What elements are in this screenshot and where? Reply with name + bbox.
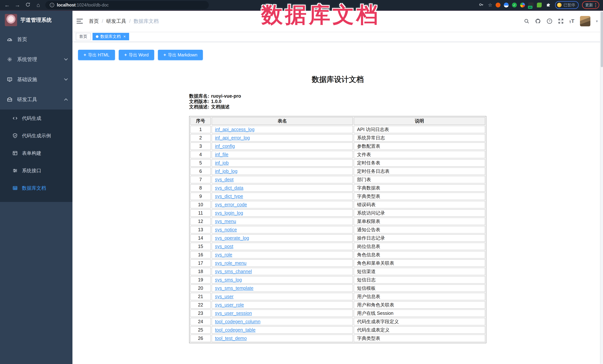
puzzle-extensions-icon[interactable] — [545, 2, 552, 8]
toolbox-icon — [7, 97, 13, 102]
table-desc-cell: 参数配置表 — [354, 142, 485, 150]
table-icon — [12, 185, 18, 191]
table-link[interactable]: sys_role — [215, 252, 232, 257]
help-icon[interactable]: ? — [546, 18, 553, 24]
table-link[interactable]: inf_api_error_log — [215, 135, 250, 140]
table-link[interactable]: sys_role_menu — [215, 260, 246, 266]
table-desc-cell: 定时任务日志表 — [354, 167, 485, 175]
table-link[interactable]: sys_user_session — [215, 310, 252, 316]
export-html-button[interactable]: + 导出 HTML — [78, 50, 115, 60]
sidebar-item-form-builder[interactable]: 表单构建 — [0, 144, 72, 162]
sidebar-item-home[interactable]: 首页 — [0, 29, 72, 49]
fullscreen-icon[interactable] — [558, 18, 564, 24]
table-link[interactable]: tool_codegen_table — [215, 327, 255, 332]
browser-update-button[interactable]: 更新 — [582, 1, 599, 9]
github-icon[interactable] — [535, 18, 541, 24]
doc-info: 数据库名:ruoyi-vue-pro 文档版本:1.0.0 文档描述:文档描述 — [189, 93, 486, 110]
table-name-cell: sys_dict_data — [212, 184, 353, 192]
page-content: + 导出 HTML + 导出 Word + 导出 Markdown 数据库设计文… — [72, 42, 603, 364]
breadcrumb-current: 数据库文档 — [134, 18, 159, 24]
table-row: 17sys_role_menu角色和菜单关联表 — [190, 259, 485, 267]
table-link[interactable]: inf_config — [215, 143, 235, 149]
table-link[interactable]: inf_job_log — [215, 168, 237, 174]
extension-icon-1[interactable] — [496, 3, 500, 7]
paused-extension-badge[interactable]: 已暂停 — [555, 1, 579, 9]
table-row: 9sys_dict_type字典类型表 — [190, 192, 485, 200]
table-name-cell: tool_test_demo — [212, 334, 353, 342]
table-link[interactable]: sys_menu — [215, 219, 236, 224]
extension-icon-6[interactable] — [537, 3, 542, 7]
scrollbar-thumb[interactable] — [601, 11, 603, 67]
forward-icon[interactable]: → — [14, 2, 21, 8]
form-icon — [12, 150, 18, 156]
tag-db-doc[interactable]: 数据库文档 × — [93, 33, 129, 40]
table-link[interactable]: inf_file — [215, 152, 228, 157]
font-size-icon[interactable]: TT — [569, 18, 574, 24]
export-word-button[interactable]: + 导出 Word — [119, 50, 154, 60]
breadcrumb-devtools[interactable]: 研发工具 — [106, 18, 126, 24]
table-link[interactable]: sys_operate_log — [215, 235, 249, 241]
table-desc-cell: 操作日志记录 — [354, 234, 485, 242]
table-name-cell: sys_role_menu — [212, 259, 353, 267]
row-index: 9 — [190, 192, 211, 200]
site-info-icon[interactable]: i — [50, 3, 54, 7]
table-row: 26tool_test_demo字典类型表 — [190, 334, 485, 342]
row-index: 16 — [190, 251, 211, 259]
table-link[interactable]: sys_user — [215, 294, 233, 299]
table-link[interactable]: sys_notice — [215, 227, 237, 232]
table-link[interactable]: sys_sms_channel — [215, 269, 252, 274]
sidebar-item-db-doc[interactable]: 数据库文档 — [0, 179, 72, 197]
sidebar-item-codegen[interactable]: 代码生成 — [0, 110, 72, 127]
table-link[interactable]: sys_sms_template — [215, 286, 253, 291]
breadcrumb-home[interactable]: 首页 — [89, 18, 99, 24]
table-name-cell: sys_error_code — [212, 201, 353, 209]
home-icon[interactable]: ⌂ — [35, 2, 42, 8]
tag-home[interactable]: 首页 — [76, 33, 91, 40]
table-link[interactable]: sys_dept — [215, 177, 233, 182]
sidebar-item-codegen-demo[interactable]: 代码生成示例 — [0, 127, 72, 144]
table-link[interactable]: sys_login_log — [215, 210, 243, 216]
sidebar: 芋道管理系统 首页 系统管理 基础设施 — [0, 11, 72, 364]
reload-icon[interactable] — [24, 2, 31, 8]
sidebar-item-system[interactable]: 系统管理 — [0, 49, 72, 69]
table-link[interactable]: sys_error_code — [215, 202, 247, 207]
sidebar-toggle-icon[interactable] — [77, 19, 83, 23]
avatar[interactable] — [580, 16, 590, 26]
back-icon[interactable]: ← — [4, 2, 11, 8]
browser-menu-dots-icon[interactable] — [595, 3, 596, 7]
table-link[interactable]: tool_codegen_column — [215, 319, 260, 324]
extension-icon-5[interactable]: on — [528, 2, 533, 8]
extension-icon-4[interactable] — [520, 3, 525, 7]
export-markdown-button[interactable]: + 导出 Markdown — [158, 50, 203, 60]
table-name-cell: sys_notice — [212, 226, 353, 233]
table-row: 22sys_user_role用户和角色关联表 — [190, 301, 485, 309]
sidebar-item-system-api[interactable]: 系统接口 — [0, 162, 72, 179]
search-icon[interactable] — [524, 18, 529, 24]
table-link[interactable]: inf_api_access_log — [215, 127, 255, 132]
table-desc-cell: 菜单权限表 — [354, 218, 485, 225]
table-link[interactable]: sys_sms_log — [215, 277, 242, 282]
table-link[interactable]: sys_user_role — [215, 302, 244, 307]
sidebar-item-devtools[interactable]: 研发工具 — [0, 89, 72, 110]
extension-icon-2[interactable] — [504, 3, 509, 7]
sidebar-item-infra[interactable]: 基础设施 — [0, 69, 72, 89]
key-icon[interactable] — [478, 2, 485, 8]
table-link[interactable]: sys_dict_type — [215, 194, 243, 199]
table-link[interactable]: sys_dict_data — [215, 185, 243, 190]
table-name-cell: sys_sms_log — [212, 276, 353, 284]
extension-icon-3[interactable]: ✓ — [512, 3, 517, 7]
button-label: 导出 Word — [129, 52, 149, 58]
tag-close-icon[interactable]: × — [123, 34, 126, 39]
bookmark-star-icon[interactable]: ☆ — [488, 2, 492, 8]
page-scrollbar[interactable] — [600, 11, 603, 364]
app-logo-row[interactable]: 芋道管理系统 — [0, 11, 72, 29]
sidebar-item-label: 基础设施 — [17, 76, 37, 83]
table-row: 6inf_job_log定时任务日志表 — [190, 167, 485, 175]
browser-window: ← → ⌂ i localhost:1024/tool/db-doc ☆ ✓ o… — [0, 0, 603, 364]
user-menu-caret-icon[interactable]: ▾ — [596, 19, 598, 23]
table-link[interactable]: sys_post — [215, 244, 233, 249]
address-bar[interactable]: i localhost:1024/tool/db-doc — [45, 1, 209, 9]
table-link[interactable]: tool_test_demo — [215, 336, 247, 341]
table-link[interactable]: inf_job — [215, 160, 229, 165]
app-title: 芋道管理系统 — [20, 17, 52, 23]
